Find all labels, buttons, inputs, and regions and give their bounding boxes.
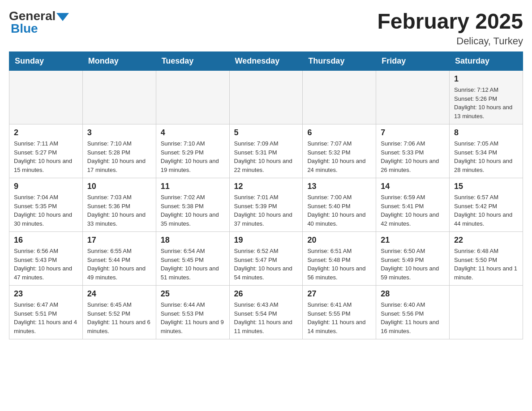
- day-info: Sunrise: 6:47 AM Sunset: 5:51 PM Dayligh…: [14, 300, 78, 335]
- calendar-week-row: 23Sunrise: 6:47 AM Sunset: 5:51 PM Dayli…: [9, 286, 523, 339]
- calendar-header: SundayMondayTuesdayWednesdayThursdayFrid…: [9, 52, 523, 71]
- day-number: 20: [307, 235, 371, 245]
- day-number: 2: [14, 128, 78, 137]
- calendar-day-cell: [229, 71, 303, 124]
- day-info: Sunrise: 7:10 AM Sunset: 5:29 PM Dayligh…: [161, 139, 225, 174]
- page-header: General Blue February 2025 Delicay, Turk…: [9, 9, 523, 47]
- calendar-day-cell: 19Sunrise: 6:52 AM Sunset: 5:47 PM Dayli…: [229, 232, 303, 286]
- calendar-week-row: 1Sunrise: 7:12 AM Sunset: 5:26 PM Daylig…: [9, 71, 523, 124]
- calendar-day-cell: 23Sunrise: 6:47 AM Sunset: 5:51 PM Dayli…: [9, 286, 83, 339]
- day-number: 24: [87, 289, 151, 299]
- day-of-week-header: Sunday: [9, 52, 83, 71]
- day-number: 21: [381, 235, 445, 245]
- day-info: Sunrise: 6:50 AM Sunset: 5:49 PM Dayligh…: [381, 247, 445, 282]
- calendar-day-cell: 5Sunrise: 7:09 AM Sunset: 5:31 PM Daylig…: [229, 124, 303, 178]
- day-info: Sunrise: 7:02 AM Sunset: 5:38 PM Dayligh…: [161, 193, 225, 228]
- day-info: Sunrise: 7:01 AM Sunset: 5:39 PM Dayligh…: [234, 193, 298, 228]
- logo-text-blue: Blue: [11, 21, 38, 36]
- day-number: 25: [161, 289, 225, 299]
- calendar-day-cell: 10Sunrise: 7:03 AM Sunset: 5:36 PM Dayli…: [82, 178, 156, 232]
- day-number: 8: [454, 128, 518, 137]
- day-info: Sunrise: 6:51 AM Sunset: 5:48 PM Dayligh…: [307, 247, 371, 282]
- calendar-day-cell: 4Sunrise: 7:10 AM Sunset: 5:29 PM Daylig…: [156, 124, 229, 178]
- day-number: 16: [14, 235, 78, 245]
- day-number: 6: [307, 128, 371, 137]
- calendar-day-cell: 14Sunrise: 6:59 AM Sunset: 5:41 PM Dayli…: [376, 178, 450, 232]
- day-number: 10: [87, 182, 151, 191]
- calendar-day-cell: 16Sunrise: 6:56 AM Sunset: 5:43 PM Dayli…: [9, 232, 83, 286]
- calendar-day-cell: 15Sunrise: 6:57 AM Sunset: 5:42 PM Dayli…: [450, 178, 523, 232]
- day-info: Sunrise: 6:52 AM Sunset: 5:47 PM Dayligh…: [234, 247, 298, 282]
- calendar-day-cell: 25Sunrise: 6:44 AM Sunset: 5:53 PM Dayli…: [156, 286, 229, 339]
- day-number: 23: [14, 289, 78, 299]
- calendar-day-cell: 2Sunrise: 7:11 AM Sunset: 5:27 PM Daylig…: [9, 124, 83, 178]
- day-info: Sunrise: 7:07 AM Sunset: 5:32 PM Dayligh…: [307, 139, 371, 174]
- calendar-day-cell: 26Sunrise: 6:43 AM Sunset: 5:54 PM Dayli…: [229, 286, 303, 339]
- day-info: Sunrise: 6:44 AM Sunset: 5:53 PM Dayligh…: [161, 300, 225, 335]
- calendar-day-cell: 8Sunrise: 7:05 AM Sunset: 5:34 PM Daylig…: [450, 124, 523, 178]
- day-of-week-header: Thursday: [303, 52, 376, 71]
- logo-triangle-icon: [56, 13, 69, 21]
- calendar-day-cell: [82, 71, 156, 124]
- calendar-week-row: 9Sunrise: 7:04 AM Sunset: 5:35 PM Daylig…: [9, 178, 523, 232]
- day-info: Sunrise: 6:40 AM Sunset: 5:56 PM Dayligh…: [381, 300, 445, 335]
- day-info: Sunrise: 7:09 AM Sunset: 5:31 PM Dayligh…: [234, 139, 298, 174]
- day-number: 19: [234, 235, 298, 245]
- logo: General Blue: [9, 9, 69, 36]
- day-number: 15: [454, 182, 518, 191]
- calendar-day-cell: 24Sunrise: 6:45 AM Sunset: 5:52 PM Dayli…: [82, 286, 156, 339]
- calendar-day-cell: 17Sunrise: 6:55 AM Sunset: 5:44 PM Dayli…: [82, 232, 156, 286]
- calendar-subtitle: Delicay, Turkey: [377, 35, 523, 47]
- day-number: 18: [161, 235, 225, 245]
- day-number: 26: [234, 289, 298, 299]
- calendar-day-cell: 1Sunrise: 7:12 AM Sunset: 5:26 PM Daylig…: [450, 71, 523, 124]
- calendar-week-row: 2Sunrise: 7:11 AM Sunset: 5:27 PM Daylig…: [9, 124, 523, 178]
- day-of-week-header: Tuesday: [156, 52, 229, 71]
- calendar-title: February 2025: [377, 9, 523, 34]
- day-number: 13: [307, 182, 371, 191]
- calendar-week-row: 16Sunrise: 6:56 AM Sunset: 5:43 PM Dayli…: [9, 232, 523, 286]
- calendar-body: 1Sunrise: 7:12 AM Sunset: 5:26 PM Daylig…: [9, 71, 523, 339]
- title-section: February 2025 Delicay, Turkey: [377, 9, 523, 47]
- day-number: 3: [87, 128, 151, 137]
- day-info: Sunrise: 6:56 AM Sunset: 5:43 PM Dayligh…: [14, 247, 78, 282]
- day-info: Sunrise: 6:41 AM Sunset: 5:55 PM Dayligh…: [307, 300, 371, 335]
- calendar-day-cell: 3Sunrise: 7:10 AM Sunset: 5:28 PM Daylig…: [82, 124, 156, 178]
- day-info: Sunrise: 6:45 AM Sunset: 5:52 PM Dayligh…: [87, 300, 151, 335]
- calendar-day-cell: 9Sunrise: 7:04 AM Sunset: 5:35 PM Daylig…: [9, 178, 83, 232]
- day-info: Sunrise: 6:54 AM Sunset: 5:45 PM Dayligh…: [161, 247, 225, 282]
- logo-icon: [56, 11, 69, 21]
- day-info: Sunrise: 6:43 AM Sunset: 5:54 PM Dayligh…: [234, 300, 298, 335]
- day-info: Sunrise: 7:11 AM Sunset: 5:27 PM Dayligh…: [14, 139, 78, 174]
- day-info: Sunrise: 6:55 AM Sunset: 5:44 PM Dayligh…: [87, 247, 151, 282]
- day-info: Sunrise: 6:59 AM Sunset: 5:41 PM Dayligh…: [381, 193, 445, 228]
- calendar-day-cell: 13Sunrise: 7:00 AM Sunset: 5:40 PM Dayli…: [303, 178, 376, 232]
- day-of-week-header: Saturday: [450, 52, 523, 71]
- calendar-day-cell: 18Sunrise: 6:54 AM Sunset: 5:45 PM Dayli…: [156, 232, 229, 286]
- day-number: 22: [454, 235, 518, 245]
- calendar-day-cell: 21Sunrise: 6:50 AM Sunset: 5:49 PM Dayli…: [376, 232, 450, 286]
- day-number: 11: [161, 182, 225, 191]
- day-of-week-header: Monday: [82, 52, 156, 71]
- day-of-week-header: Friday: [376, 52, 450, 71]
- calendar-day-cell: 6Sunrise: 7:07 AM Sunset: 5:32 PM Daylig…: [303, 124, 376, 178]
- day-info: Sunrise: 7:06 AM Sunset: 5:33 PM Dayligh…: [381, 139, 445, 174]
- calendar-day-cell: 12Sunrise: 7:01 AM Sunset: 5:39 PM Dayli…: [229, 178, 303, 232]
- calendar-day-cell: [376, 71, 450, 124]
- day-info: Sunrise: 7:05 AM Sunset: 5:34 PM Dayligh…: [454, 139, 518, 174]
- day-info: Sunrise: 6:48 AM Sunset: 5:50 PM Dayligh…: [454, 247, 518, 282]
- calendar-day-cell: [9, 71, 83, 124]
- day-number: 9: [14, 182, 78, 191]
- calendar-table: SundayMondayTuesdayWednesdayThursdayFrid…: [9, 51, 523, 339]
- calendar-day-cell: 28Sunrise: 6:40 AM Sunset: 5:56 PM Dayli…: [376, 286, 450, 339]
- day-info: Sunrise: 7:12 AM Sunset: 5:26 PM Dayligh…: [454, 86, 518, 120]
- day-info: Sunrise: 7:10 AM Sunset: 5:28 PM Dayligh…: [87, 139, 151, 174]
- day-number: 14: [381, 182, 445, 191]
- day-number: 4: [161, 128, 225, 137]
- day-number: 28: [381, 289, 445, 299]
- calendar-day-cell: [303, 71, 376, 124]
- calendar-day-cell: 20Sunrise: 6:51 AM Sunset: 5:48 PM Dayli…: [303, 232, 376, 286]
- day-info: Sunrise: 7:04 AM Sunset: 5:35 PM Dayligh…: [14, 193, 78, 228]
- calendar-day-cell: [156, 71, 229, 124]
- day-number: 1: [454, 74, 518, 84]
